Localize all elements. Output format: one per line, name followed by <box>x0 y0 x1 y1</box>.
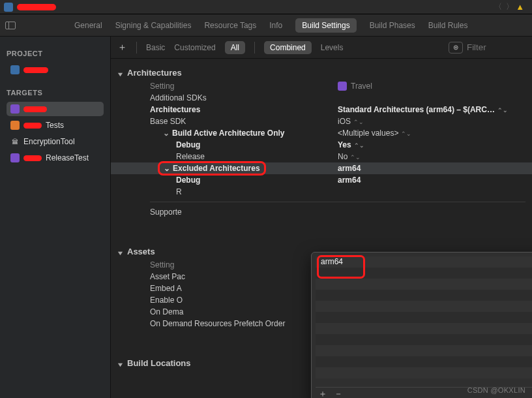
project-sidebar: PROJECT TARGETS Tests 🏛 EncryptionTool R… <box>0 37 111 398</box>
row-excluded-release[interactable]: R <box>111 186 532 198</box>
col-setting: Setting <box>150 260 338 269</box>
test-target-icon <box>10 121 20 130</box>
target-icon <box>338 82 347 91</box>
filter-scope-icon[interactable]: ⊜ <box>449 42 463 54</box>
setting-value[interactable]: iOS⌃⌄ <box>338 117 364 126</box>
filter-field[interactable]: ⊜ <box>449 42 525 54</box>
row-baao-debug[interactable]: Debug Yes⌃⌄ <box>111 139 532 151</box>
list-item[interactable] <box>316 268 532 279</box>
value-list[interactable]: arm64 <box>316 256 532 384</box>
annotation-highlight: ⌄Excluded Architectures <box>158 161 266 176</box>
redaction <box>23 106 47 112</box>
setting-value[interactable]: arm64 <box>338 176 361 185</box>
watermark: CSDN @OKXLIN <box>467 386 525 394</box>
setting-label: Debug <box>150 176 338 185</box>
setting-value[interactable]: <Multiple values>⌃⌄ <box>338 129 411 138</box>
sidebar-item-label: EncryptionTool <box>23 137 75 146</box>
remove-value-button[interactable]: － <box>334 388 343 399</box>
toggle-navigator-icon[interactable] <box>5 22 16 29</box>
divider <box>150 202 525 202</box>
sidebar-targets-header: TARGETS <box>7 89 104 97</box>
setting-label: Debug <box>150 140 338 149</box>
editor-tabbar: General Signing & Capabilities Resource … <box>0 14 532 37</box>
scope-basic[interactable]: Basic <box>146 43 165 52</box>
app-icon <box>4 3 13 12</box>
setting-value[interactable]: Standard Architectures (arm64) – $(ARC…⌃… <box>338 105 508 114</box>
add-build-setting-button[interactable]: ＋ <box>117 41 127 54</box>
section-architectures[interactable]: Architectures <box>111 65 532 80</box>
setting-label: ⌄Excluded Architectures <box>150 164 338 173</box>
tab-resource-tags[interactable]: Resource Tags <box>204 21 256 30</box>
setting-value[interactable]: Yes⌃⌄ <box>338 140 364 149</box>
row-excluded-architectures[interactable]: ⌄Excluded Architectures arm64 <box>111 162 532 174</box>
col-setting: Setting <box>150 82 338 91</box>
setting-label: Enable O <box>150 296 338 305</box>
row-build-active-arch[interactable]: ⌄Build Active Architecture Only <Multipl… <box>111 127 532 139</box>
sidebar-item-label: ReleaseTest <box>46 153 89 162</box>
tool-target-icon: 🏛 <box>10 137 20 146</box>
add-value-button[interactable]: ＋ <box>318 388 327 399</box>
setting-label: Additional SDKs <box>150 93 338 102</box>
list-item[interactable]: arm64 <box>316 256 532 268</box>
popup-indicator-icon: ⌃⌄ <box>354 142 364 149</box>
tab-general[interactable]: General <box>74 21 102 30</box>
row-base-sdk[interactable]: Base SDK iOS⌃⌄ <box>111 115 532 127</box>
tab-signing[interactable]: Signing & Capabilities <box>115 21 192 30</box>
row-additional-sdks[interactable]: Additional SDKs <box>111 92 532 104</box>
redaction <box>23 155 42 161</box>
tab-build-settings[interactable]: Build Settings <box>295 18 356 33</box>
setting-label: Embed A <box>150 284 338 293</box>
divider <box>136 42 137 54</box>
warning-icon[interactable]: ▲ <box>516 2 524 12</box>
popup-indicator-icon: ⌃⌄ <box>401 130 411 137</box>
redacted-title <box>17 4 56 10</box>
view-levels[interactable]: Levels <box>321 43 344 52</box>
window-titlebar: 〈 〉 ▲ <box>0 0 532 14</box>
sidebar-project-header: PROJECT <box>7 50 104 57</box>
popup-indicator-icon: ⌃⌄ <box>497 107 508 114</box>
row-supported-platforms[interactable]: Supporte <box>111 206 532 218</box>
xcode-project-icon <box>10 65 20 74</box>
sidebar-target-1[interactable]: Tests <box>7 118 104 132</box>
col-target: Travel <box>338 82 372 91</box>
setting-label: Asset Pac <box>150 272 338 281</box>
disclosure-icon[interactable] <box>117 249 123 254</box>
section-title: Architectures <box>127 68 182 78</box>
setting-label: On Dema <box>150 307 338 316</box>
filter-input[interactable] <box>467 42 525 52</box>
section-title: Build Locations <box>127 358 191 368</box>
sidebar-target-0[interactable] <box>7 102 104 116</box>
sidebar-project-item[interactable] <box>7 63 104 77</box>
nav-forward-icon[interactable]: 〉 <box>506 1 514 12</box>
tab-info[interactable]: Info <box>269 21 282 30</box>
sidebar-target-2[interactable]: 🏛 EncryptionTool <box>7 134 104 149</box>
build-settings-panel: ＋ Basic Customized All Combined Levels ⊜… <box>111 37 532 398</box>
scope-customized[interactable]: Customized <box>174 43 215 52</box>
setting-label: Architectures <box>150 105 338 114</box>
sidebar-target-3[interactable]: ReleaseTest <box>7 151 104 165</box>
popup-indicator-icon: ⌃⌄ <box>353 119 364 125</box>
redaction <box>23 123 42 129</box>
disclosure-icon[interactable] <box>117 360 123 366</box>
setting-label: Base SDK <box>150 117 338 126</box>
divider <box>254 42 255 54</box>
tab-build-rules[interactable]: Build Rules <box>428 21 468 30</box>
app-target-icon <box>10 104 20 114</box>
sidebar-item-label: Tests <box>46 121 64 130</box>
tab-build-phases[interactable]: Build Phases <box>370 21 415 30</box>
section-title: Assets <box>127 247 155 256</box>
view-combined[interactable]: Combined <box>264 41 312 54</box>
redaction <box>23 67 48 73</box>
value-list-popover[interactable]: arm64 ＋ － <box>311 252 532 398</box>
setting-value[interactable]: No⌃⌄ <box>338 152 361 161</box>
scope-all[interactable]: All <box>225 41 245 54</box>
nav-back-icon[interactable]: 〈 <box>494 1 502 12</box>
row-excluded-debug[interactable]: Debug arm64 <box>111 174 532 186</box>
setting-value[interactable]: arm64 <box>338 164 361 173</box>
app-target-icon <box>10 153 20 162</box>
row-architectures[interactable]: Architectures Standard Architectures (ar… <box>111 104 532 115</box>
popup-indicator-icon: ⌃⌄ <box>350 154 361 161</box>
setting-label: Supporte <box>150 207 338 217</box>
settings-scroll[interactable]: Architectures Setting Travel Additional … <box>111 59 532 398</box>
disclosure-icon[interactable] <box>117 70 123 76</box>
